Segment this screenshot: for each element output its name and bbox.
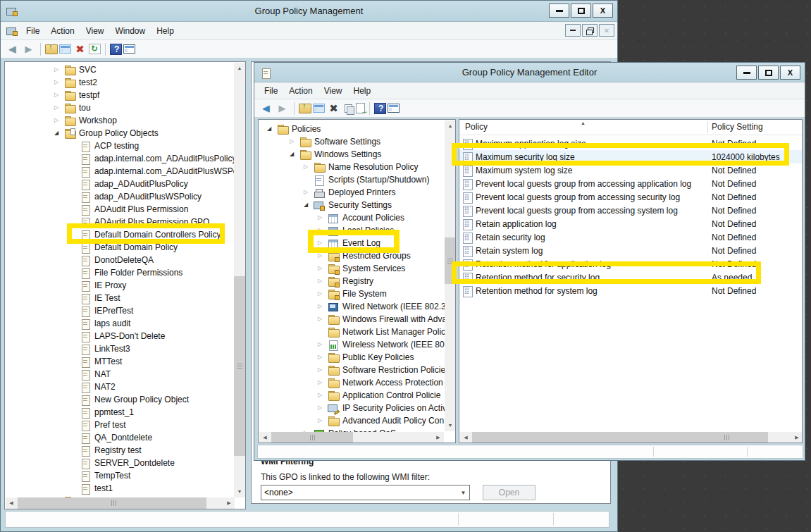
tree-item[interactable]: ▷ testpf — [5, 89, 245, 101]
expand-arrow-icon[interactable]: ▷ — [304, 186, 314, 199]
scroll-up-icon[interactable]: ▲ — [234, 63, 245, 74]
delete-icon[interactable] — [326, 101, 341, 116]
scroll-left-icon[interactable]: ◀ — [259, 432, 271, 443]
expand-arrow-icon[interactable]: ▷ — [54, 89, 64, 101]
expand-arrow-icon[interactable]: ▷ — [304, 161, 314, 173]
tree-item[interactable]: Default Domain Policy — [5, 241, 245, 254]
tree-item[interactable]: Default Domain Controllers Policy — [5, 228, 245, 241]
expand-arrow-icon[interactable]: ▷ — [54, 76, 64, 89]
maximize-button[interactable] — [571, 4, 591, 18]
close-button[interactable]: X — [780, 66, 800, 80]
column-resize-handle[interactable] — [707, 121, 708, 133]
tree-item[interactable]: New Group Policy Object — [5, 393, 245, 406]
expand-arrow-icon[interactable]: ▷ — [318, 376, 328, 389]
expand-arrow-icon[interactable]: ◢ — [54, 127, 64, 140]
expand-arrow-icon[interactable]: ▷ — [318, 300, 328, 313]
tree-item[interactable]: ACP testing — [5, 140, 245, 152]
menu-action[interactable]: Action — [45, 24, 80, 38]
wmi-filter-select[interactable]: <none> ▼ — [261, 485, 470, 500]
tree-item[interactable]: ▷ Restricted Groups — [259, 249, 455, 262]
minimize-button[interactable] — [736, 66, 757, 80]
expand-arrow-icon[interactable]: ▷ — [318, 351, 328, 364]
gpm-tree-hscrollbar[interactable]: ◀ ▶ — [6, 497, 235, 509]
export-list-icon[interactable] — [356, 103, 365, 113]
expand-arrow-icon[interactable]: ▷ — [318, 402, 328, 414]
mdi-minimize-button[interactable] — [565, 24, 581, 37]
scroll-right-icon[interactable]: ▶ — [223, 497, 235, 509]
scrollbar-thumb[interactable] — [271, 432, 353, 443]
tree-item[interactable]: ▷ Name Resolution Policy — [259, 161, 455, 173]
tree-item[interactable]: ◢ Group Policy Objects — [5, 127, 245, 140]
expand-arrow-icon[interactable]: ▷ — [318, 338, 328, 351]
policy-row[interactable]: Retention method for system log Not Defi… — [459, 284, 802, 297]
tree-item[interactable]: ▷ IP Security Policies on Activ — [259, 402, 455, 414]
properties-icon[interactable] — [342, 103, 354, 113]
forward-icon[interactable] — [21, 42, 36, 56]
back-icon[interactable] — [5, 42, 20, 56]
policy-row[interactable]: Retention method for security log As nee… — [459, 271, 802, 284]
column-header-policy[interactable]: Policy — [465, 122, 488, 132]
expand-arrow-icon[interactable]: ◢ — [267, 123, 277, 135]
export-up-icon[interactable] — [45, 44, 58, 54]
scroll-up-icon[interactable]: ▲ — [445, 120, 456, 132]
expand-arrow-icon[interactable]: ◢ — [304, 199, 314, 211]
menu-action[interactable]: Action — [283, 84, 318, 98]
help-icon[interactable] — [374, 103, 386, 114]
tree-item[interactable]: LinkTest3 — [5, 342, 245, 355]
tree-item[interactable]: ADAudit Plus Permission GPO — [5, 216, 245, 228]
expand-arrow-icon[interactable]: ▷ — [318, 313, 328, 326]
editor-list-hscrollbar[interactable]: ◀ ▶ — [460, 432, 803, 443]
tree-item[interactable]: QA_Dontdelete — [5, 431, 245, 444]
tree-item[interactable]: SERVER_Dontdelete — [5, 457, 245, 469]
tree-item[interactable]: DonotDeleteQA — [5, 254, 245, 266]
tree-item[interactable]: ◢ Security Settings — [259, 199, 455, 211]
policy-row[interactable]: Retain application log Not Defined — [459, 217, 802, 230]
scroll-left-icon[interactable]: ◀ — [460, 432, 471, 443]
tree-item[interactable]: ADAudit Plus Permission — [5, 203, 245, 216]
gpm-titlebar[interactable]: Group Policy Management X — [1, 1, 617, 22]
scrollbar-thumb[interactable] — [472, 432, 768, 443]
tree-item[interactable]: Scripts (Startup/Shutdown) — [259, 173, 455, 186]
tree-item[interactable]: TempTest — [5, 469, 245, 482]
menu-help[interactable]: Help — [151, 24, 180, 38]
chevron-down-icon[interactable]: ▼ — [457, 490, 469, 496]
show-console-tree-icon[interactable] — [313, 104, 325, 113]
scrollbar-thumb[interactable] — [445, 237, 456, 284]
export-up-icon[interactable] — [299, 104, 311, 113]
policy-row[interactable]: Prevent local guests group from accessin… — [459, 190, 802, 204]
scroll-right-icon[interactable]: ▶ — [433, 432, 444, 443]
menu-window[interactable]: Window — [110, 24, 151, 38]
tree-item[interactable]: IE Test — [5, 292, 245, 304]
tree-item[interactable]: Pref test — [5, 419, 245, 431]
policy-row[interactable]: Retention method for application log Not… — [459, 257, 802, 271]
tree-item[interactable]: ppmtest_1 — [5, 406, 245, 419]
show-console-tree-icon[interactable] — [59, 44, 71, 54]
help-icon[interactable] — [110, 44, 122, 55]
menu-view[interactable]: View — [80, 24, 110, 38]
tree-item[interactable]: ▷ Local Policies — [259, 224, 455, 237]
policy-row[interactable]: Retain system log Not Defined — [459, 244, 802, 257]
open-button[interactable]: Open — [483, 485, 535, 500]
expand-arrow-icon[interactable]: ▷ — [318, 364, 328, 376]
tree-item[interactable]: test1 — [5, 482, 245, 495]
scroll-down-icon[interactable]: ▼ — [234, 486, 245, 497]
tree-item[interactable]: ◢ Policies — [259, 123, 455, 135]
tree-item[interactable]: ▷ Software Restriction Policie — [259, 364, 455, 376]
minimize-button[interactable] — [549, 4, 569, 18]
tree-item[interactable]: adap_ADAuditPlusPolicy — [5, 178, 245, 190]
tree-item[interactable]: adap.internal.com_ADAuditPlusPolicy — [5, 152, 245, 165]
menu-view[interactable]: View — [318, 84, 348, 98]
tree-item[interactable]: File Folder Permissions — [5, 266, 245, 279]
console-window-icon[interactable] — [123, 44, 135, 54]
tree-item[interactable]: IEPrefTest — [5, 304, 245, 317]
expand-arrow-icon[interactable]: ▷ — [318, 287, 328, 300]
tree-item[interactable]: ▷ Network Access Protection — [259, 376, 455, 389]
tree-item[interactable]: ▷ File System — [259, 287, 455, 300]
tree-item[interactable]: ▷ SVC — [5, 63, 245, 76]
mdi-restore-button[interactable] — [582, 24, 598, 37]
tree-item[interactable]: ▷ Workshop — [5, 114, 245, 127]
forward-icon[interactable] — [275, 101, 290, 116]
tree-item[interactable]: MTTest — [5, 355, 245, 368]
policy-row[interactable]: Prevent local guests group from accessin… — [459, 177, 802, 190]
expand-arrow-icon[interactable]: ▷ — [318, 249, 328, 262]
